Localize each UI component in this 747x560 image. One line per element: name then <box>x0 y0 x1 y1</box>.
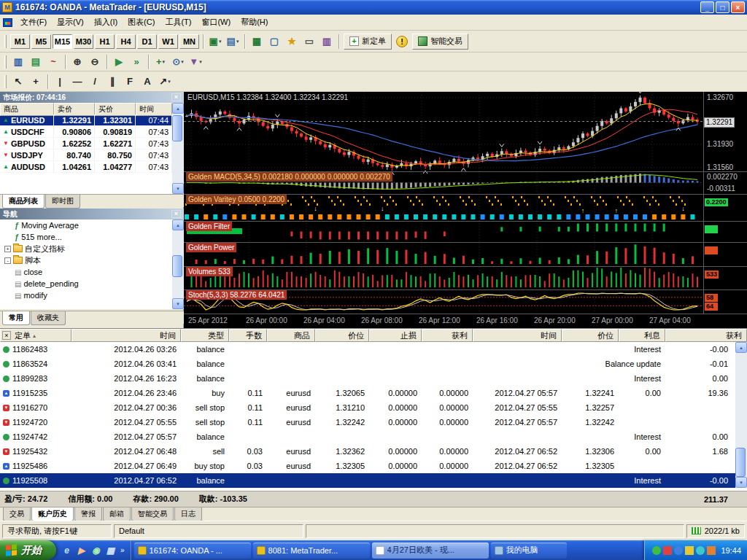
periods-button[interactable]: ⊙▾ <box>169 54 187 70</box>
restore-button[interactable]: □ <box>716 1 729 13</box>
market-watch-row-eurusd[interactable]: ▲EURUSD1.322911.3230107:44 <box>0 114 172 126</box>
data-window-button[interactable]: ▢ <box>266 34 283 50</box>
tray-icon-2[interactable] <box>663 546 672 555</box>
navigator-close-icon[interactable]: × <box>171 210 181 218</box>
ie-icon[interactable]: e <box>61 544 73 556</box>
taskbar-task-1[interactable]: 161674: OANDA - ... <box>134 542 251 559</box>
messenger-icon[interactable]: ◉ <box>90 544 102 556</box>
terminal-column-8[interactable]: 时间 <box>473 329 562 342</box>
tree-expander-icon[interactable]: + <box>4 246 11 252</box>
history-row-11899283[interactable]: 118992832012.04.26 16:23balanceInterest0… <box>0 371 747 386</box>
terminal-column-1[interactable]: 时间 <box>71 329 181 342</box>
indicators-add-button[interactable]: +▾ <box>152 54 169 70</box>
terminal-scrollbar[interactable]: ▲▼ <box>735 342 747 488</box>
taskbar-task-2[interactable]: 8081: MetaTrader... <box>253 542 370 559</box>
terminal-column-7[interactable]: 获利 <box>422 329 473 342</box>
zoom-in-button[interactable]: ⊕ <box>69 54 86 70</box>
scroll-thumb[interactable] <box>172 255 182 277</box>
taskbar-task-4[interactable]: 我的电脑 <box>491 542 567 559</box>
trendline-button[interactable]: / <box>86 74 104 90</box>
minimize-button[interactable]: _ <box>700 1 714 13</box>
terminal-tab-experts[interactable]: 智能交易 <box>131 508 174 521</box>
history-row-11862483[interactable]: 118624832012.04.26 03:26balanceInterest-… <box>0 342 747 357</box>
navigator-scrollbar[interactable]: ▲▼ <box>172 219 184 309</box>
market-watch-row-gbpusd[interactable]: ▼GBPUSD1.622521.6227107:43 <box>0 138 172 149</box>
history-row-11924742[interactable]: 119247422012.04.27 05:57balanceInterest0… <box>0 429 747 444</box>
scroll-thumb[interactable] <box>735 448 746 477</box>
terminal-panel-button[interactable]: ▭ <box>301 34 318 50</box>
cursor-button[interactable]: ↖ <box>9 74 27 90</box>
profiles-button[interactable]: ▤▾ <box>224 34 241 50</box>
timeframe-m1-button[interactable]: M1 <box>10 34 30 49</box>
menu-item-view[interactable]: 显示(V) <box>52 15 89 30</box>
tray-icon-1[interactable] <box>652 546 661 555</box>
channel-button[interactable]: ∥ <box>104 74 121 90</box>
scroll-down-icon[interactable]: ▼ <box>172 298 184 309</box>
tray-icon-6[interactable] <box>707 546 716 555</box>
close-button[interactable]: × <box>731 1 745 13</box>
terminal-column-4[interactable]: 商品 <box>267 329 315 342</box>
menu-item-file[interactable]: 文件(F) <box>15 15 52 30</box>
quick-launch-chevron-icon[interactable]: » <box>119 546 126 554</box>
history-row-11863524[interactable]: 118635242012.04.26 03:41balanceBalance u… <box>0 357 747 371</box>
terminal-column-11[interactable]: 获利 <box>665 329 747 342</box>
chart-shift-button[interactable]: » <box>128 54 145 70</box>
chart-candles-button[interactable]: ▤ <box>27 54 44 70</box>
taskbar-task-3[interactable]: 4月27日欧美 - 现... <box>372 542 489 559</box>
timeframe-h4-button[interactable]: H4 <box>116 34 136 49</box>
menu-item-charts[interactable]: 图表(C) <box>123 15 160 30</box>
navigator-item-close[interactable]: ▤close <box>0 266 172 278</box>
tree-expander-icon[interactable]: - <box>4 257 11 264</box>
terminal-column-3[interactable]: 手数 <box>229 329 267 342</box>
chart-line-button[interactable]: ~ <box>44 54 62 70</box>
scroll-down-icon[interactable]: ▼ <box>735 477 747 488</box>
terminal-column-5[interactable]: 价位 <box>315 329 369 342</box>
menu-item-insert[interactable]: 插入(I) <box>89 15 123 30</box>
market-watch-row-usdjpy[interactable]: ▼USDJPY80.74080.75007:43 <box>0 149 172 161</box>
navigator-item-515-more[interactable]: ƒ515 more... <box>0 231 172 243</box>
terminal-tab-alerts[interactable]: 警报 <box>74 508 102 521</box>
strategy-tester-button[interactable]: ▥ <box>318 34 336 50</box>
new-chart-button[interactable]: ▣▾ <box>206 34 224 50</box>
terminal-tab-mailbox[interactable]: 邮箱 <box>103 508 131 521</box>
terminal-tab-trade[interactable]: 交易 <box>3 508 31 521</box>
timeframe-m30-button[interactable]: M30 <box>74 34 93 49</box>
tray-icon-3[interactable] <box>674 546 683 555</box>
timeframe-m5-button[interactable]: M5 <box>31 34 51 49</box>
tile-windows-button[interactable]: ▦ <box>248 34 266 50</box>
market-watch-row-usdchf[interactable]: ▲USDCHF0.908060.9081907:43 <box>0 126 172 138</box>
terminal-column-9[interactable]: 价位 <box>562 329 619 342</box>
history-row-11925432[interactable]: ▼119254322012.04.27 06:48sell0.03eurusd1… <box>0 444 747 459</box>
timeframe-mn-button[interactable]: MN <box>179 34 199 49</box>
terminal-close-button[interactable]: × <box>2 331 11 340</box>
history-row-11915235[interactable]: ▲119152352012.04.26 23:46buy0.11eurusd1.… <box>0 386 747 400</box>
zoom-out-button[interactable]: ⊖ <box>86 54 104 70</box>
navigator-item-modify[interactable]: ▤modify <box>0 289 172 301</box>
chart-bars-button[interactable]: ▥ <box>9 54 27 70</box>
status-profile[interactable]: Default <box>114 524 303 538</box>
scroll-down-icon[interactable]: ▼ <box>172 183 184 194</box>
start-button[interactable]: 开始 <box>0 540 56 560</box>
chart-area[interactable]: ↓↓↑↑↓ EURUSD,M15 1.32384 1.32400 1.32234… <box>184 92 747 328</box>
history-row-11925486[interactable]: ▲119254862012.04.27 06:49buy stop0.03eur… <box>0 459 747 473</box>
market-watch-tab-symbols[interactable]: 商品列表 <box>2 195 44 209</box>
navigator-item-custom-indicators[interactable]: +自定义指标 <box>0 243 172 254</box>
warning-icon[interactable]: ! <box>396 36 408 47</box>
navigator-item-scripts[interactable]: -脚本 <box>0 254 172 266</box>
menu-item-window[interactable]: 窗口(W) <box>196 15 236 30</box>
market-watch-scrollbar[interactable]: ▲▼ <box>172 103 184 194</box>
navigator-tab-common[interactable]: 常用 <box>2 311 30 325</box>
scroll-up-icon[interactable]: ▲ <box>172 219 184 230</box>
scroll-thumb[interactable] <box>172 115 182 141</box>
timeframe-h1-button[interactable]: H1 <box>95 34 115 49</box>
timeframe-w1-button[interactable]: W1 <box>158 34 178 49</box>
vertical-line-button[interactable]: | <box>51 74 69 90</box>
scroll-up-icon[interactable]: ▲ <box>735 342 747 353</box>
tray-icon-4[interactable] <box>685 546 694 555</box>
horizontal-line-button[interactable]: — <box>69 74 86 90</box>
terminal-column-10[interactable]: 利息 <box>619 329 665 342</box>
crosshair-button[interactable]: + <box>27 74 44 90</box>
menu-item-help[interactable]: 帮助(H) <box>236 15 273 30</box>
favorites-button[interactable]: ★ <box>283 34 301 50</box>
history-row-11925508[interactable]: 119255082012.04.27 06:52balanceInterest-… <box>0 473 747 488</box>
